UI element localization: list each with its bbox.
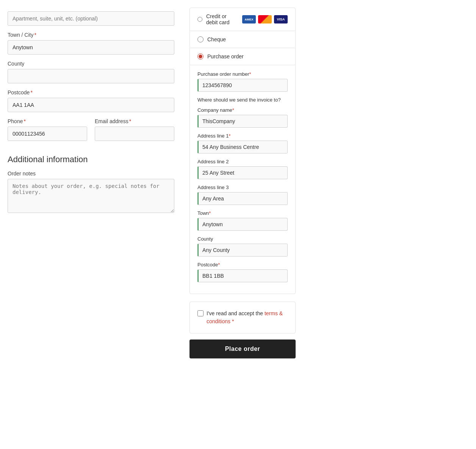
po-number-group: Purchase order number* (197, 71, 288, 92)
county-group: County (8, 61, 174, 83)
po-address2-label: Address line 2 (197, 159, 288, 164)
town-input[interactable] (8, 40, 174, 55)
po-number-label: Purchase order number* (197, 71, 288, 77)
company-name-input[interactable] (197, 115, 288, 128)
po-address1-group: Address line 1* (197, 133, 288, 153)
po-postcode-input[interactable] (197, 269, 288, 282)
notes-textarea[interactable] (8, 179, 174, 213)
terms-text[interactable]: I've read and accept the terms & conditi… (207, 310, 288, 325)
invoice-subtitle: Where should we send the invoice to? (197, 97, 288, 103)
po-section: Purchase order number* Where should we s… (190, 65, 295, 294)
notes-group: Order notes (8, 171, 174, 214)
terms-box: I've read and accept the terms & conditi… (189, 302, 296, 333)
visa-icon: VISA (274, 15, 288, 23)
po-county-input[interactable] (197, 244, 288, 257)
payment-option-purchase-order: Purchase order (190, 48, 295, 65)
purchase-order-radio[interactable] (197, 53, 204, 59)
payment-options-box: Credit or debit card AMEX VISA Cheque Pu… (189, 8, 296, 294)
mastercard-icon (258, 15, 272, 23)
credit-debit-radio[interactable] (197, 16, 202, 22)
email-group: Email address* (95, 118, 174, 141)
phone-input[interactable] (8, 127, 87, 141)
po-address3-label: Address line 3 (197, 185, 288, 190)
po-town-label: Town* (197, 210, 288, 216)
po-address1-input[interactable] (197, 141, 288, 153)
amex-icon: AMEX (242, 15, 256, 23)
email-input[interactable] (95, 127, 174, 141)
postcode-input[interactable] (8, 98, 174, 112)
county-input[interactable] (8, 69, 174, 83)
additional-info-title: Additional information (8, 155, 174, 164)
right-panel: Credit or debit card AMEX VISA Cheque Pu… (189, 8, 296, 358)
po-address3-input[interactable] (197, 192, 288, 205)
po-number-input[interactable] (197, 79, 288, 92)
po-postcode-group: Postcode* (197, 262, 288, 282)
email-label: Email address* (95, 118, 174, 124)
place-order-button[interactable]: Place order (189, 339, 296, 358)
payment-option-cheque: Cheque (190, 31, 295, 48)
po-address2-input[interactable] (197, 166, 288, 179)
credit-debit-label[interactable]: Credit or debit card (206, 13, 238, 25)
town-group: Town / City* (8, 32, 174, 55)
left-form: Town / City* County Postcode* Phone* (8, 8, 174, 358)
town-label: Town / City* (8, 32, 174, 38)
postcode-label: Postcode* (8, 89, 174, 95)
apartment-group (8, 11, 174, 26)
phone-email-row: Phone* Email address* (8, 118, 174, 147)
po-address2-group: Address line 2 (197, 159, 288, 179)
payment-option-credit-debit: Credit or debit card AMEX VISA (190, 8, 295, 31)
terms-checkbox[interactable] (197, 310, 204, 316)
cheque-label[interactable]: Cheque (207, 36, 226, 42)
company-name-group: Company name* (197, 107, 288, 128)
po-town-group: Town* (197, 210, 288, 231)
notes-label: Order notes (8, 171, 174, 177)
company-name-label: Company name* (197, 107, 288, 113)
po-postcode-label: Postcode* (197, 262, 288, 268)
phone-label: Phone* (8, 118, 87, 124)
po-address3-group: Address line 3 (197, 185, 288, 205)
cheque-radio[interactable] (197, 36, 204, 42)
po-county-group: County (197, 236, 288, 257)
postcode-group: Postcode* (8, 89, 174, 112)
po-county-label: County (197, 236, 288, 242)
apartment-input[interactable] (8, 11, 174, 26)
county-label: County (8, 61, 174, 67)
terms-check-row: I've read and accept the terms & conditi… (197, 310, 288, 325)
purchase-order-label[interactable]: Purchase order (207, 53, 244, 59)
po-town-input[interactable] (197, 218, 288, 231)
po-address1-label: Address line 1* (197, 133, 288, 139)
phone-group: Phone* (8, 118, 87, 141)
card-icons: AMEX VISA (242, 15, 288, 23)
